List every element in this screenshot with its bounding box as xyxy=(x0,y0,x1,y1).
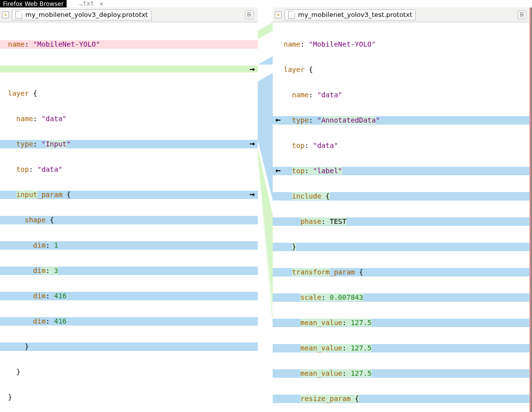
diff-divider[interactable] xyxy=(258,7,273,412)
tab-close-icon[interactable]: ✕ xyxy=(99,0,103,7)
right-file-tab[interactable]: my_mobilenet_yolov3_test.prototxt xyxy=(285,9,416,20)
file-icon xyxy=(15,11,22,19)
right-filename: my_mobilenet_yolov3_test.prototxt xyxy=(298,11,412,18)
tab-title-stub: …txt xyxy=(79,0,94,7)
left-filename: my_mobilenet_yolov3_deploy.prototxt xyxy=(25,11,148,18)
save-indicator-icon[interactable]: ✎ xyxy=(275,11,282,18)
reload-icon[interactable]: ⎘ xyxy=(518,10,527,19)
diff-arrow-right-icon[interactable]: → xyxy=(247,140,258,148)
svg-marker-0 xyxy=(258,22,273,39)
file-icon xyxy=(288,11,295,19)
right-pane: ✎ my_mobilenet_yolov3_test.prototxt ⎘ na… xyxy=(273,7,532,412)
reload-icon[interactable]: ⎘ xyxy=(245,10,254,19)
diff-arrow-right-icon[interactable]: → xyxy=(247,66,258,72)
tooltip-firefox: Firefox Web Browser xyxy=(0,0,67,8)
svg-marker-1 xyxy=(258,56,273,65)
diff-arrow-left-icon[interactable]: ← xyxy=(273,167,284,175)
left-file-tab[interactable]: my_mobilenet_yolov3_deploy.prototxt xyxy=(12,9,152,20)
left-pane: ✎ my_mobilenet_yolov3_deploy.prototxt ⎘ … xyxy=(0,7,258,412)
diff-arrow-left-icon[interactable]: ← xyxy=(273,116,284,125)
svg-marker-2 xyxy=(258,73,273,200)
left-code[interactable]: name: "MobileNet-YOLO" → layer { name: "… xyxy=(0,22,258,412)
scrollbar[interactable] xyxy=(530,7,531,412)
right-code[interactable]: name: "MobileNet-YOLO" layer { name: "da… xyxy=(273,22,531,412)
diff-arrow-right-icon[interactable]: → xyxy=(247,191,258,199)
save-indicator-icon[interactable]: ✎ xyxy=(2,11,9,18)
